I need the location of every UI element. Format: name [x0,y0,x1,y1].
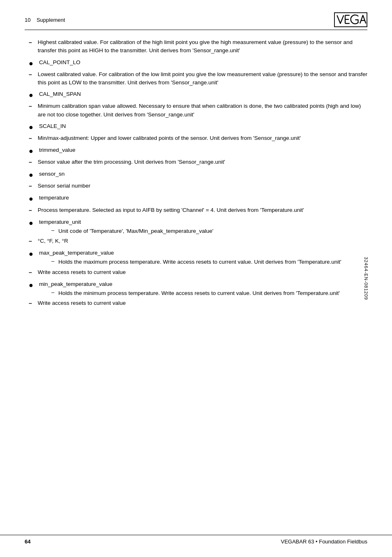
bullet-icon: ● [29,122,33,132]
item-label: temperature_unit [39,218,367,226]
dash-icon: – [29,237,32,246]
item-label: min_peak_temperature_value [39,280,367,288]
dash-icon: – [29,70,32,79]
dash-icon: – [29,102,32,111]
dash-icon: – [29,299,32,308]
item-label: sensor_sn [39,170,65,178]
dash-icon: – [29,182,32,190]
item-label: CAL_POINT_LO [39,58,81,67]
item-description: Write access resets to current value [38,268,367,276]
document-id: 32464-EN-081209 [364,257,369,300]
item-label: trimmed_value [39,146,76,154]
list-item: ● sensor_sn [25,170,367,180]
dash-icon: – [29,134,32,143]
list-item: – Lowest calibrated value. For calibrati… [25,70,367,87]
bullet-icon: ● [29,218,33,228]
chapter-number: 10 [25,17,30,23]
page-header: 10 Supplement [25,12,367,30]
list-item: – Sensor serial number [25,182,367,190]
sub-item-text: Holds the minimum process temperature. W… [58,289,340,297]
sub-item: – Holds the minimum process temperature.… [51,289,367,297]
item-label: CAL_MIN_SPAN [39,90,81,98]
item-description: Process temperature. Selected as input t… [38,206,367,214]
item-description: Lowest calibrated value. For calibration… [38,70,367,87]
main-content: – Highest calibrated value. For calibrat… [25,38,367,308]
list-item: – Min/max-adjustment: Upper and lower ca… [25,134,367,143]
list-item: – Write access resets to current value [25,268,367,277]
list-item: – Highest calibrated value. For calibrat… [25,38,367,55]
dash-icon: – [29,158,32,167]
section-title: Supplement [37,17,65,23]
list-item: ● trimmed_value [25,146,367,156]
list-item: – Write access resets to current value [25,299,367,308]
list-item: – °C, °F, K, °R [25,237,367,246]
list-item: ● min_peak_temperature_value – Holds the… [25,280,367,299]
page-footer: 64 VEGABAR 63 • Foundation Fieldbus [0,535,392,545]
bullet-icon: ● [29,146,33,156]
sub-dash-icon: – [51,258,54,264]
dash-icon: – [29,38,32,47]
list-item: ● max_peak_temperature_value – Holds the… [25,249,367,267]
sub-item-text: Unit code of 'Temperature', 'Max/Min_pea… [58,227,213,235]
item-label: max_peak_temperature_value [39,249,367,257]
item-description: Sensor value after the trim processing. … [38,158,367,166]
item-description: Min/max-adjustment: Upper and lower cali… [38,134,367,142]
item-description: Highest calibrated value. For calibratio… [38,38,367,55]
list-item: ● temperature [25,194,367,204]
bullet-icon: ● [29,58,33,69]
bullet-icon: ● [29,170,33,180]
item-description: °C, °F, K, °R [38,237,367,245]
item-description: Minimum calibration span value allowed. … [38,102,367,119]
item-label: SCALE_IN [39,122,66,130]
list-item: ● SCALE_IN [25,122,367,132]
item-description: Write access resets to current value [38,299,367,307]
bullet-icon: ● [29,194,33,204]
sub-dash-icon: – [51,289,54,295]
bullet-icon: ● [29,280,33,290]
item-label: temperature [39,194,69,202]
bullet-icon: ● [29,90,33,100]
sub-item: – Holds the maximum process temperature.… [51,258,367,266]
bullet-icon: ● [29,249,33,259]
sub-dash-icon: – [51,227,54,233]
list-item: ● CAL_POINT_LO [25,58,367,69]
dash-icon: – [29,206,32,215]
page-number: 64 [25,538,30,545]
item-description: Sensor serial number [38,182,367,190]
list-item: – Sensor value after the trim processing… [25,158,367,167]
sub-item-text: Holds the maximum process temperature. W… [58,258,341,266]
dash-icon: – [29,268,32,277]
chapter-title: 10 Supplement [25,17,65,23]
list-item: ● CAL_MIN_SPAN [25,90,367,100]
list-item: ● temperature_unit – Unit code of 'Tempe… [25,218,367,237]
list-item: – Process temperature. Selected as input… [25,206,367,215]
list-item: – Minimum calibration span value allowed… [25,102,367,119]
product-name: VEGABAR 63 • Foundation Fieldbus [281,538,367,545]
logo-area [334,12,367,27]
sub-item: – Unit code of 'Temperature', 'Max/Min_p… [51,227,367,235]
page-container: 10 Supplement [0,0,392,557]
vega-logo [334,12,367,27]
